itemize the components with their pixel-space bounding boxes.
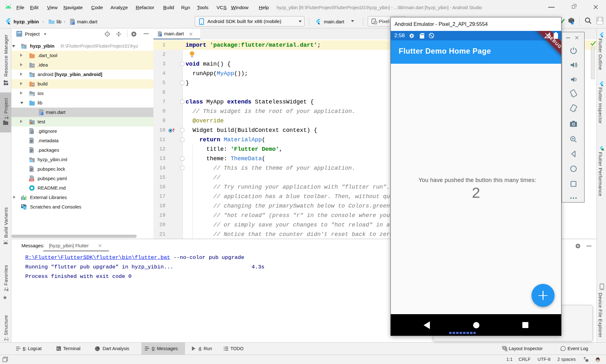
svg-text:YML: YML	[29, 179, 34, 181]
